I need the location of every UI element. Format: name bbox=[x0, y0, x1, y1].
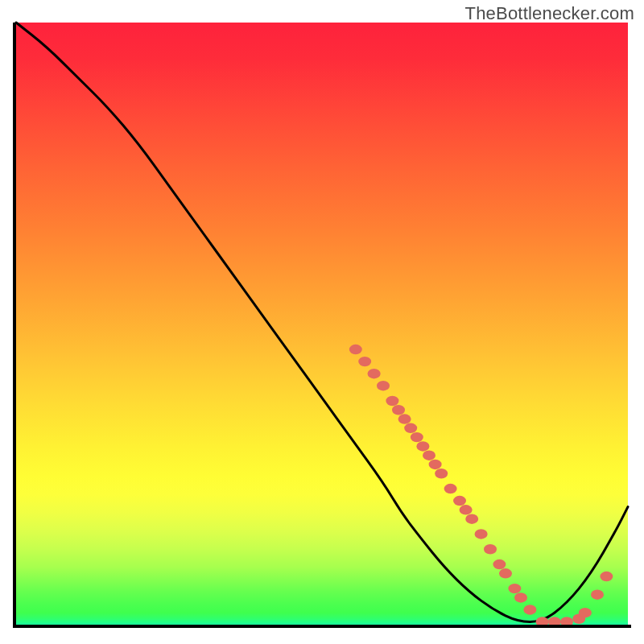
data-point bbox=[358, 357, 371, 366]
data-point bbox=[411, 432, 423, 442]
data-point bbox=[444, 484, 457, 493]
bottleneck-curve-path bbox=[16, 23, 628, 621]
data-point bbox=[508, 584, 521, 593]
data-point bbox=[465, 514, 478, 523]
data-point bbox=[416, 441, 429, 451]
data-point bbox=[377, 381, 390, 390]
data-point bbox=[453, 496, 466, 506]
watermark-text: TheBottlenecker.com bbox=[465, 3, 634, 24]
data-point bbox=[514, 592, 527, 602]
data-point bbox=[475, 529, 488, 539]
data-point bbox=[392, 405, 405, 415]
data-point bbox=[460, 505, 473, 514]
data-point bbox=[435, 469, 448, 478]
data-point bbox=[600, 572, 613, 581]
y-axis bbox=[13, 23, 16, 628]
data-point bbox=[368, 369, 381, 378]
data-point bbox=[579, 608, 592, 617]
data-point bbox=[484, 544, 497, 554]
chart-svg bbox=[16, 23, 628, 628]
marker-group bbox=[349, 345, 613, 627]
data-point bbox=[523, 605, 536, 614]
curve-line bbox=[16, 23, 628, 621]
data-point bbox=[386, 396, 398, 406]
chart-container: { "watermark": "TheBottlenecker.com", "c… bbox=[0, 0, 644, 644]
x-axis bbox=[13, 625, 631, 628]
data-point bbox=[404, 423, 417, 433]
data-point bbox=[429, 460, 442, 469]
data-point bbox=[398, 414, 411, 423]
data-point bbox=[499, 568, 512, 578]
data-point bbox=[493, 559, 506, 569]
data-point bbox=[591, 589, 604, 599]
data-point bbox=[423, 450, 436, 460]
data-point bbox=[349, 345, 362, 354]
